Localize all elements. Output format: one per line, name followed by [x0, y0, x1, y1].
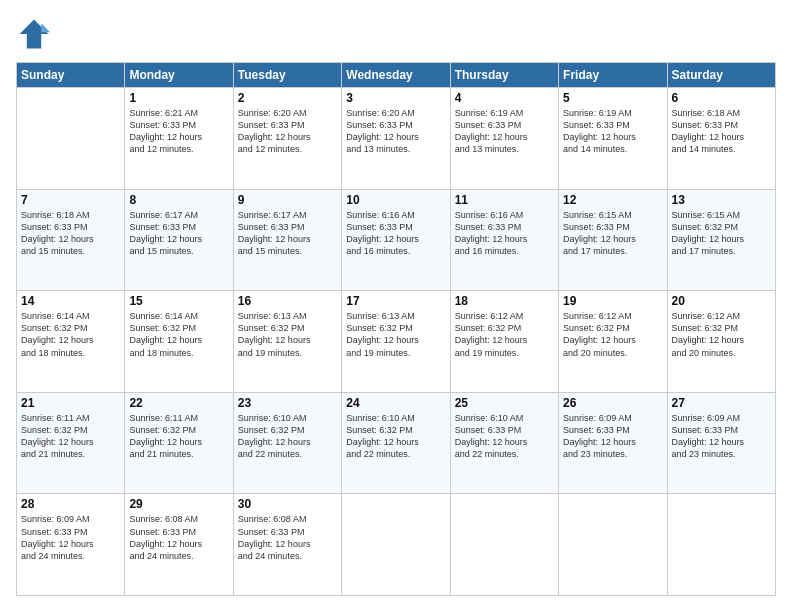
day-number: 24 [346, 396, 445, 410]
weekday-header-sunday: Sunday [17, 63, 125, 88]
day-number: 11 [455, 193, 554, 207]
calendar-cell: 16Sunrise: 6:13 AM Sunset: 6:32 PM Dayli… [233, 291, 341, 393]
calendar-body: 1Sunrise: 6:21 AM Sunset: 6:33 PM Daylig… [17, 88, 776, 596]
calendar-cell: 28Sunrise: 6:09 AM Sunset: 6:33 PM Dayli… [17, 494, 125, 596]
day-number: 30 [238, 497, 337, 511]
calendar-cell [342, 494, 450, 596]
day-number: 4 [455, 91, 554, 105]
weekday-header-friday: Friday [559, 63, 667, 88]
calendar-cell [667, 494, 775, 596]
calendar-cell: 29Sunrise: 6:08 AM Sunset: 6:33 PM Dayli… [125, 494, 233, 596]
calendar-cell: 6Sunrise: 6:18 AM Sunset: 6:33 PM Daylig… [667, 88, 775, 190]
day-number: 22 [129, 396, 228, 410]
day-info: Sunrise: 6:18 AM Sunset: 6:33 PM Dayligh… [21, 209, 120, 258]
day-number: 27 [672, 396, 771, 410]
week-row-5: 28Sunrise: 6:09 AM Sunset: 6:33 PM Dayli… [17, 494, 776, 596]
calendar-cell: 7Sunrise: 6:18 AM Sunset: 6:33 PM Daylig… [17, 189, 125, 291]
logo-icon [16, 16, 52, 52]
weekday-row: SundayMondayTuesdayWednesdayThursdayFrid… [17, 63, 776, 88]
day-number: 28 [21, 497, 120, 511]
week-row-4: 21Sunrise: 6:11 AM Sunset: 6:32 PM Dayli… [17, 392, 776, 494]
calendar-cell: 8Sunrise: 6:17 AM Sunset: 6:33 PM Daylig… [125, 189, 233, 291]
calendar-cell: 3Sunrise: 6:20 AM Sunset: 6:33 PM Daylig… [342, 88, 450, 190]
day-number: 6 [672, 91, 771, 105]
day-info: Sunrise: 6:19 AM Sunset: 6:33 PM Dayligh… [455, 107, 554, 156]
calendar-cell: 11Sunrise: 6:16 AM Sunset: 6:33 PM Dayli… [450, 189, 558, 291]
day-info: Sunrise: 6:12 AM Sunset: 6:32 PM Dayligh… [455, 310, 554, 359]
logo [16, 16, 56, 52]
calendar-cell: 20Sunrise: 6:12 AM Sunset: 6:32 PM Dayli… [667, 291, 775, 393]
day-number: 9 [238, 193, 337, 207]
day-info: Sunrise: 6:10 AM Sunset: 6:32 PM Dayligh… [346, 412, 445, 461]
calendar-cell [559, 494, 667, 596]
day-number: 8 [129, 193, 228, 207]
day-info: Sunrise: 6:09 AM Sunset: 6:33 PM Dayligh… [563, 412, 662, 461]
day-info: Sunrise: 6:10 AM Sunset: 6:32 PM Dayligh… [238, 412, 337, 461]
svg-marker-0 [20, 20, 49, 49]
weekday-header-monday: Monday [125, 63, 233, 88]
day-number: 15 [129, 294, 228, 308]
day-number: 25 [455, 396, 554, 410]
day-info: Sunrise: 6:17 AM Sunset: 6:33 PM Dayligh… [238, 209, 337, 258]
day-info: Sunrise: 6:14 AM Sunset: 6:32 PM Dayligh… [21, 310, 120, 359]
day-info: Sunrise: 6:20 AM Sunset: 6:33 PM Dayligh… [346, 107, 445, 156]
calendar-cell: 13Sunrise: 6:15 AM Sunset: 6:32 PM Dayli… [667, 189, 775, 291]
day-info: Sunrise: 6:16 AM Sunset: 6:33 PM Dayligh… [346, 209, 445, 258]
day-info: Sunrise: 6:08 AM Sunset: 6:33 PM Dayligh… [238, 513, 337, 562]
day-number: 23 [238, 396, 337, 410]
day-number: 1 [129, 91, 228, 105]
day-info: Sunrise: 6:21 AM Sunset: 6:33 PM Dayligh… [129, 107, 228, 156]
day-info: Sunrise: 6:12 AM Sunset: 6:32 PM Dayligh… [672, 310, 771, 359]
week-row-1: 1Sunrise: 6:21 AM Sunset: 6:33 PM Daylig… [17, 88, 776, 190]
day-number: 19 [563, 294, 662, 308]
day-info: Sunrise: 6:08 AM Sunset: 6:33 PM Dayligh… [129, 513, 228, 562]
day-info: Sunrise: 6:09 AM Sunset: 6:33 PM Dayligh… [672, 412, 771, 461]
week-row-2: 7Sunrise: 6:18 AM Sunset: 6:33 PM Daylig… [17, 189, 776, 291]
calendar-cell: 19Sunrise: 6:12 AM Sunset: 6:32 PM Dayli… [559, 291, 667, 393]
day-info: Sunrise: 6:12 AM Sunset: 6:32 PM Dayligh… [563, 310, 662, 359]
calendar-cell: 25Sunrise: 6:10 AM Sunset: 6:33 PM Dayli… [450, 392, 558, 494]
day-number: 5 [563, 91, 662, 105]
day-number: 26 [563, 396, 662, 410]
day-info: Sunrise: 6:11 AM Sunset: 6:32 PM Dayligh… [21, 412, 120, 461]
weekday-header-thursday: Thursday [450, 63, 558, 88]
day-info: Sunrise: 6:09 AM Sunset: 6:33 PM Dayligh… [21, 513, 120, 562]
calendar-cell: 24Sunrise: 6:10 AM Sunset: 6:32 PM Dayli… [342, 392, 450, 494]
calendar-cell: 15Sunrise: 6:14 AM Sunset: 6:32 PM Dayli… [125, 291, 233, 393]
day-info: Sunrise: 6:14 AM Sunset: 6:32 PM Dayligh… [129, 310, 228, 359]
day-info: Sunrise: 6:19 AM Sunset: 6:33 PM Dayligh… [563, 107, 662, 156]
day-number: 10 [346, 193, 445, 207]
day-info: Sunrise: 6:15 AM Sunset: 6:33 PM Dayligh… [563, 209, 662, 258]
calendar-cell: 22Sunrise: 6:11 AM Sunset: 6:32 PM Dayli… [125, 392, 233, 494]
day-info: Sunrise: 6:13 AM Sunset: 6:32 PM Dayligh… [346, 310, 445, 359]
day-number: 7 [21, 193, 120, 207]
calendar-cell: 12Sunrise: 6:15 AM Sunset: 6:33 PM Dayli… [559, 189, 667, 291]
day-info: Sunrise: 6:18 AM Sunset: 6:33 PM Dayligh… [672, 107, 771, 156]
day-number: 29 [129, 497, 228, 511]
calendar-cell: 21Sunrise: 6:11 AM Sunset: 6:32 PM Dayli… [17, 392, 125, 494]
svg-marker-1 [41, 23, 50, 32]
day-number: 16 [238, 294, 337, 308]
day-info: Sunrise: 6:16 AM Sunset: 6:33 PM Dayligh… [455, 209, 554, 258]
weekday-header-saturday: Saturday [667, 63, 775, 88]
day-number: 21 [21, 396, 120, 410]
calendar-cell: 2Sunrise: 6:20 AM Sunset: 6:33 PM Daylig… [233, 88, 341, 190]
calendar-cell: 18Sunrise: 6:12 AM Sunset: 6:32 PM Dayli… [450, 291, 558, 393]
calendar-cell: 23Sunrise: 6:10 AM Sunset: 6:32 PM Dayli… [233, 392, 341, 494]
header [16, 16, 776, 52]
day-number: 18 [455, 294, 554, 308]
day-info: Sunrise: 6:10 AM Sunset: 6:33 PM Dayligh… [455, 412, 554, 461]
calendar-table: SundayMondayTuesdayWednesdayThursdayFrid… [16, 62, 776, 596]
day-number: 20 [672, 294, 771, 308]
day-info: Sunrise: 6:13 AM Sunset: 6:32 PM Dayligh… [238, 310, 337, 359]
day-number: 17 [346, 294, 445, 308]
day-number: 2 [238, 91, 337, 105]
calendar-cell: 27Sunrise: 6:09 AM Sunset: 6:33 PM Dayli… [667, 392, 775, 494]
weekday-header-wednesday: Wednesday [342, 63, 450, 88]
calendar-cell: 5Sunrise: 6:19 AM Sunset: 6:33 PM Daylig… [559, 88, 667, 190]
day-info: Sunrise: 6:17 AM Sunset: 6:33 PM Dayligh… [129, 209, 228, 258]
calendar-cell: 17Sunrise: 6:13 AM Sunset: 6:32 PM Dayli… [342, 291, 450, 393]
calendar-cell: 4Sunrise: 6:19 AM Sunset: 6:33 PM Daylig… [450, 88, 558, 190]
calendar-cell: 26Sunrise: 6:09 AM Sunset: 6:33 PM Dayli… [559, 392, 667, 494]
calendar-cell: 1Sunrise: 6:21 AM Sunset: 6:33 PM Daylig… [125, 88, 233, 190]
